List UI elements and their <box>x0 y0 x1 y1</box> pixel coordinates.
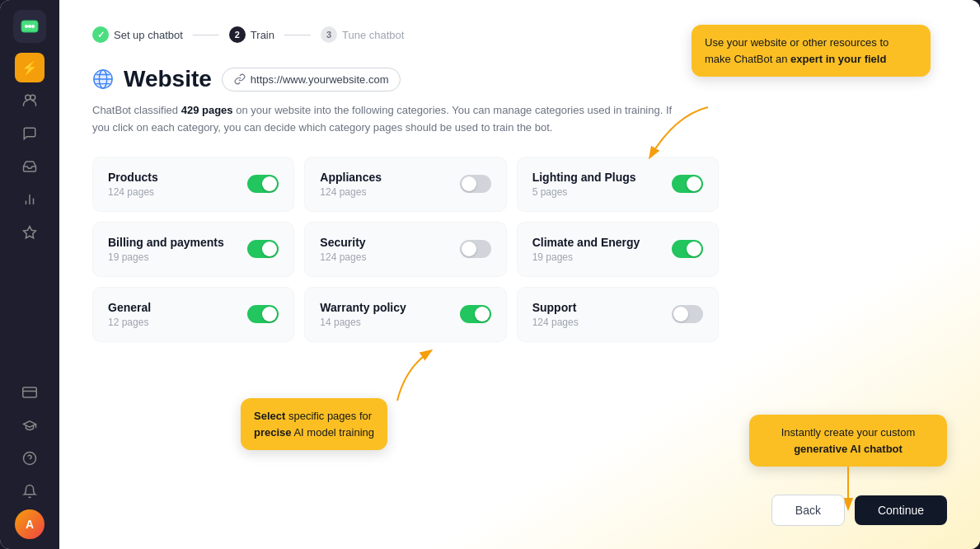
category-pages: 124 pages <box>320 186 382 198</box>
category-info: Warranty policy 14 pages <box>320 301 406 328</box>
bolt-sidebar-icon[interactable]: ⚡ <box>15 53 45 82</box>
category-pages: 14 pages <box>320 317 406 328</box>
page-description: ChatBot classified 429 pages on your web… <box>92 102 686 137</box>
category-name: Products <box>108 171 158 184</box>
tooltip-bottom-right: Instantly create your custom generative … <box>749 415 947 467</box>
svg-point-4 <box>31 25 35 28</box>
step-3-indicator: 3 <box>321 26 337 43</box>
category-toggle[interactable] <box>247 175 279 193</box>
category-toggle[interactable] <box>672 305 703 323</box>
page-title: Website <box>124 66 212 92</box>
category-name: General <box>108 301 151 314</box>
users-sidebar-icon[interactable] <box>15 86 45 115</box>
step-1-label: Set up chatbot <box>114 29 183 41</box>
category-pages: 19 pages <box>532 251 640 263</box>
category-toggle[interactable] <box>247 305 279 323</box>
category-name: Support <box>532 301 579 314</box>
svg-point-2 <box>25 25 28 28</box>
category-toggle[interactable] <box>672 175 703 193</box>
help-sidebar-icon[interactable] <box>15 443 45 473</box>
category-pages: 19 pages <box>108 251 224 263</box>
category-toggle[interactable] <box>460 175 491 193</box>
star-sidebar-icon[interactable] <box>15 218 45 247</box>
step-2-label: Train <box>251 29 274 41</box>
user-avatar[interactable]: A <box>15 509 45 539</box>
category-card[interactable]: Lighting and Plugs 5 pages <box>517 157 719 212</box>
url-text: https://www.yourwebsite.com <box>251 73 389 86</box>
category-info: Climate and Energy 19 pages <box>532 236 640 263</box>
svg-rect-11 <box>23 387 37 397</box>
chat-sidebar-icon[interactable] <box>15 119 45 148</box>
category-info: Support 124 pages <box>532 301 579 328</box>
step-3: 3 Tune chatbot <box>321 26 404 43</box>
category-name: Appliances <box>320 171 382 184</box>
continue-button[interactable]: Continue <box>855 495 947 525</box>
category-card[interactable]: General 12 pages <box>92 287 294 342</box>
category-card[interactable]: Products 124 pages <box>92 157 294 212</box>
category-toggle[interactable] <box>672 240 703 258</box>
category-pages: 124 pages <box>532 317 579 328</box>
step-2: 2 Train <box>229 26 274 43</box>
step-divider-2: —— <box>284 27 311 42</box>
step-1: ✓ Set up chatbot <box>92 26 183 43</box>
sidebar: ⚡ A <box>0 0 59 549</box>
step-3-label: Tune chatbot <box>342 29 404 41</box>
category-info: Products 124 pages <box>108 171 158 198</box>
link-icon <box>234 73 246 85</box>
bell-sidebar-icon[interactable] <box>15 476 45 506</box>
category-name: Security <box>320 236 366 249</box>
tooltip-top: Use your website or other resources to m… <box>692 25 931 77</box>
action-buttons: Back Continue <box>771 495 947 526</box>
category-info: Appliances 124 pages <box>320 171 382 198</box>
category-info: Security 124 pages <box>320 236 366 263</box>
category-pages: 124 pages <box>320 251 366 263</box>
svg-marker-10 <box>24 227 36 238</box>
main-content: ✓ Set up chatbot —— 2 Train —— 3 Tune ch… <box>59 0 980 549</box>
step-2-indicator: 2 <box>229 26 246 43</box>
category-card[interactable]: Warranty policy 14 pages <box>304 287 506 342</box>
step-1-indicator: ✓ <box>92 26 109 43</box>
card-sidebar-icon[interactable] <box>15 378 45 407</box>
sidebar-bottom: A <box>15 378 45 539</box>
category-grid: Products 124 pages Appliances 124 pages … <box>92 157 719 342</box>
category-info: Billing and payments 19 pages <box>108 236 224 263</box>
globe-icon <box>92 68 114 90</box>
category-card[interactable]: Support 124 pages <box>517 287 719 342</box>
app-logo <box>13 10 46 43</box>
back-button[interactable]: Back <box>771 495 845 526</box>
category-card[interactable]: Climate and Energy 19 pages <box>517 222 719 277</box>
chart-sidebar-icon[interactable] <box>15 185 45 214</box>
category-toggle[interactable] <box>460 240 491 258</box>
category-card[interactable]: Security 124 pages <box>304 222 506 277</box>
category-name: Lighting and Plugs <box>532 171 636 184</box>
inbox-sidebar-icon[interactable] <box>15 152 45 181</box>
cap-sidebar-icon[interactable] <box>15 411 45 440</box>
category-info: General 12 pages <box>108 301 151 328</box>
website-url-badge[interactable]: https://www.yourwebsite.com <box>222 68 401 92</box>
category-pages: 5 pages <box>532 186 636 198</box>
category-name: Billing and payments <box>108 236 224 249</box>
category-card[interactable]: Appliances 124 pages <box>304 157 506 212</box>
category-pages: 124 pages <box>108 186 158 198</box>
category-card[interactable]: Billing and payments 19 pages <box>92 222 294 277</box>
svg-point-6 <box>30 95 35 100</box>
tooltip-bottom-left: Select specific pages for precise AI mod… <box>241 398 387 450</box>
category-pages: 12 pages <box>108 317 151 328</box>
category-info: Lighting and Plugs 5 pages <box>532 171 636 198</box>
category-name: Climate and Energy <box>532 236 640 249</box>
step-divider-1: —— <box>193 27 219 42</box>
category-name: Warranty policy <box>320 301 406 314</box>
svg-point-5 <box>26 95 30 100</box>
svg-point-3 <box>28 25 31 28</box>
category-toggle[interactable] <box>247 240 279 258</box>
category-toggle[interactable] <box>460 305 491 323</box>
